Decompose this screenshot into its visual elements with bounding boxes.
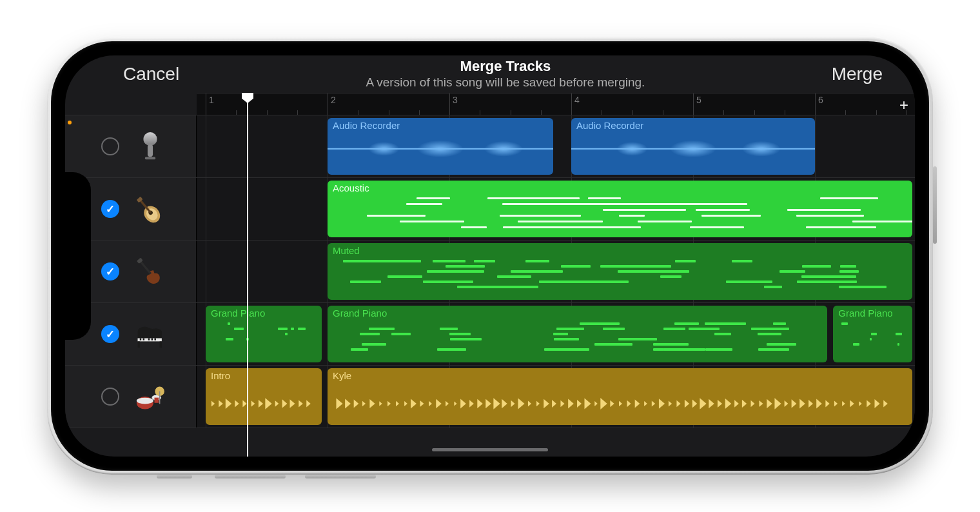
svg-rect-14 [152, 339, 153, 340]
region-label: Intro [211, 370, 317, 381]
svg-rect-12 [143, 339, 144, 340]
region[interactable]: Acoustic [328, 181, 912, 237]
region-label: Audio Recorder [333, 120, 548, 131]
svg-rect-21 [155, 398, 159, 403]
region[interactable]: Intro [206, 368, 322, 425]
region[interactable]: Grand Piano [206, 306, 322, 362]
mic-icon [131, 127, 170, 166]
region[interactable]: Grand Piano [833, 306, 912, 362]
track-lane-acoustic-guitar[interactable]: Acoustic [197, 178, 915, 240]
phone-frame: Cancel Merge Tracks A version of this so… [47, 37, 933, 475]
header: Cancel Merge Tracks A version of this so… [65, 55, 915, 93]
add-track-button[interactable]: + [899, 96, 908, 114]
bar-marker-4: 4 [571, 94, 572, 115]
track-header-drums[interactable] [65, 366, 197, 428]
svg-rect-1 [148, 144, 153, 157]
merge-button[interactable]: Merge [832, 64, 883, 84]
header-subtitle: A version of this song will be saved bef… [179, 75, 831, 90]
svg-rect-11 [140, 339, 141, 340]
region[interactable]: Grand Piano [328, 306, 827, 362]
region[interactable]: Audio Recorder [571, 118, 815, 175]
region[interactable]: Audio Recorder [328, 118, 553, 175]
svg-rect-2 [145, 157, 155, 159]
tracks-area: Audio RecorderAudio RecorderAcousticMute… [65, 115, 915, 457]
region[interactable]: Muted [328, 243, 912, 300]
track-select-toggle[interactable] [101, 200, 119, 218]
electric-guitar-icon [131, 252, 170, 291]
track-select-toggle[interactable] [101, 262, 119, 281]
track-row-mic: Audio RecorderAudio Recorder [65, 115, 915, 177]
track-select-toggle[interactable] [101, 388, 119, 406]
track-lane-electric-guitar[interactable]: Muted [197, 241, 915, 302]
record-armed-dot [68, 121, 72, 124]
track-row-piano: Grand PianoGrand PianoGrand Piano [65, 302, 915, 365]
svg-rect-23 [159, 391, 161, 404]
svg-point-0 [143, 132, 157, 146]
track-row-acoustic-guitar: Acoustic [65, 177, 915, 240]
bar-marker-3: 3 [449, 94, 450, 115]
region-label: Audio Recorder [576, 120, 810, 131]
timeline-ruler[interactable]: + 123456 [197, 93, 915, 116]
region-label: Acoustic [333, 182, 907, 193]
screen: Cancel Merge Tracks A version of this so… [65, 55, 915, 457]
svg-rect-13 [148, 339, 150, 340]
piano-icon [131, 315, 170, 353]
home-indicator[interactable] [432, 448, 548, 451]
notch [65, 172, 91, 340]
bar-marker-6: 6 [815, 94, 816, 115]
region-label: Grand Piano [333, 308, 822, 319]
svg-rect-15 [155, 339, 156, 340]
track-lane-mic[interactable]: Audio RecorderAudio Recorder [197, 115, 915, 177]
region-label: Grand Piano [211, 308, 317, 319]
track-header-mic[interactable] [65, 115, 197, 177]
drums-icon [131, 377, 170, 416]
region-label: Kyle [333, 370, 907, 381]
region-label: Muted [333, 245, 907, 256]
region[interactable]: Kyle [328, 368, 912, 425]
track-lane-drums[interactable]: IntroKyle [197, 366, 915, 428]
bar-marker-2: 2 [328, 94, 328, 115]
track-lane-piano[interactable]: Grand PianoGrand PianoGrand Piano [197, 303, 915, 365]
cancel-button[interactable]: Cancel [123, 64, 179, 84]
svg-rect-16 [138, 341, 140, 348]
bar-marker-5: 5 [693, 94, 694, 115]
track-row-drums: IntroKyle [65, 365, 915, 428]
svg-rect-17 [160, 341, 162, 348]
track-row-electric-guitar: Muted [65, 240, 915, 302]
header-title: Merge Tracks [179, 58, 831, 75]
svg-point-19 [137, 398, 153, 404]
acoustic-guitar-icon [131, 190, 170, 228]
track-select-toggle[interactable] [101, 325, 119, 343]
track-select-toggle[interactable] [101, 137, 119, 155]
region-label: Grand Piano [838, 308, 907, 319]
bar-marker-1: 1 [206, 94, 206, 115]
